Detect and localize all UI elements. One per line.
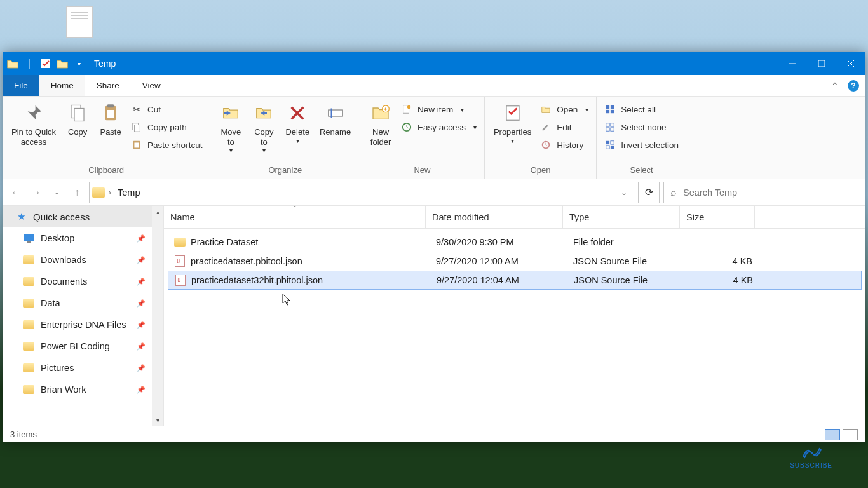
sidebar-item-documents[interactable]: Documents📌 xyxy=(3,271,152,292)
address-bar[interactable]: › Temp ⌄ xyxy=(89,182,634,203)
sidebar-item-desktop[interactable]: Desktop📌 xyxy=(3,227,152,249)
new-item-button[interactable]: New item▾ xyxy=(397,102,480,117)
refresh-button[interactable]: ⟳ xyxy=(638,182,660,203)
file-row[interactable]: Practice Dataset9/30/2020 9:30 PMFile fo… xyxy=(168,233,862,252)
breadcrumb[interactable]: Temp xyxy=(115,187,142,198)
copy-to-icon xyxy=(252,102,275,125)
address-dropdown-icon[interactable]: ⌄ xyxy=(621,188,631,197)
sidebar-item-data[interactable]: Data📌 xyxy=(3,292,152,314)
column-headers: Name⌃ Date modified Type Size xyxy=(164,206,865,229)
select-all-button[interactable]: Select all xyxy=(600,102,682,117)
pin-icon: 📌 xyxy=(137,364,146,372)
file-row[interactable]: practicedataset32bit.pbitool.json9/27/20… xyxy=(168,271,862,290)
status-bar: 3 items xyxy=(3,426,865,442)
sidebar-item-brian-work[interactable]: Brian Work📌 xyxy=(3,379,152,400)
paste-icon xyxy=(99,102,122,125)
select-none-button[interactable]: Select none xyxy=(600,119,682,135)
back-button[interactable]: ← xyxy=(8,184,24,201)
select-group: Select all Select none Invert selection … xyxy=(597,97,686,179)
folder-icon xyxy=(23,341,34,351)
qa-properties-icon[interactable] xyxy=(39,57,52,70)
move-to-icon xyxy=(219,102,242,125)
view-tab[interactable]: View xyxy=(131,75,172,96)
sidebar-item-pictures[interactable]: Pictures📌 xyxy=(3,357,152,379)
scroll-down-icon[interactable]: ▾ xyxy=(152,414,163,426)
sidebar-item-power-bi-coding[interactable]: Power BI Coding📌 xyxy=(3,336,152,357)
file-type: JSON Source File xyxy=(567,275,684,285)
file-date: 9/27/2020 12:00 AM xyxy=(430,256,567,266)
chevron-right-icon[interactable]: › xyxy=(109,188,111,197)
file-tab[interactable]: File xyxy=(3,75,39,96)
pin-quick-access-button[interactable]: Pin to Quick access xyxy=(6,99,61,149)
file-row[interactable]: practicedataset.pbitool.json9/27/2020 12… xyxy=(168,252,862,271)
large-icons-view-button[interactable] xyxy=(843,429,858,440)
forward-button[interactable]: → xyxy=(28,184,44,201)
edit-button[interactable]: Edit xyxy=(536,119,592,135)
pin-icon: 📌 xyxy=(137,321,146,329)
close-button[interactable] xyxy=(836,52,865,75)
open-icon xyxy=(540,104,552,115)
up-button[interactable]: ↑ xyxy=(69,184,85,201)
sidebar-item-enterprise-dna-files[interactable]: Enterprise DNA Files📌 xyxy=(3,314,152,336)
rename-button[interactable]: Rename xyxy=(315,99,356,140)
share-tab[interactable]: Share xyxy=(85,75,131,96)
pin-icon: 📌 xyxy=(137,256,146,264)
copy-button[interactable]: Copy xyxy=(61,99,94,140)
help-icon[interactable]: ? xyxy=(848,80,859,92)
sidebar-item-label: Desktop xyxy=(41,233,74,243)
folder-icon xyxy=(23,384,34,395)
invert-selection-button[interactable]: Invert selection xyxy=(600,137,682,152)
home-tab[interactable]: Home xyxy=(39,75,85,96)
svg-rect-8 xyxy=(107,104,114,107)
minimize-button[interactable] xyxy=(778,52,807,75)
copy-to-button[interactable]: Copy to▾ xyxy=(247,99,280,157)
col-type[interactable]: Type xyxy=(563,206,680,228)
qa-dropdown-icon[interactable]: ▾ xyxy=(72,57,85,70)
ribbon-collapse-icon[interactable]: ⌃ xyxy=(831,81,839,91)
svg-rect-35 xyxy=(606,146,609,149)
maximize-button[interactable] xyxy=(807,52,836,75)
cut-button[interactable]: ✂Cut xyxy=(127,102,206,117)
sidebar-scrollbar[interactable]: ▴ ▾ xyxy=(152,206,163,426)
file-date: 9/30/2020 9:30 PM xyxy=(430,237,567,247)
json-file-icon xyxy=(174,255,186,267)
search-box[interactable]: ⌕ Search Temp xyxy=(663,182,860,203)
quick-access-header[interactable]: ★ Quick access xyxy=(3,206,152,227)
sidebar-item-label: Downloads xyxy=(41,255,86,265)
scroll-up-icon[interactable]: ▴ xyxy=(152,206,163,217)
sidebar-item-label: Documents xyxy=(41,276,87,287)
organize-group: Move to▾ Copy to▾ Delete▾ Rename Organiz… xyxy=(210,97,360,179)
history-button[interactable]: History xyxy=(536,137,592,152)
easy-access-button[interactable]: Easy access▾ xyxy=(397,119,480,135)
star-icon: ★ xyxy=(15,212,27,222)
move-to-button[interactable]: Move to▾ xyxy=(214,99,247,157)
file-name: practicedataset32bit.pbitool.json xyxy=(191,275,323,285)
recent-dropdown[interactable]: ⌄ xyxy=(48,184,65,201)
delete-button[interactable]: Delete▾ xyxy=(280,99,315,147)
svg-rect-16 xyxy=(328,110,342,116)
properties-button[interactable]: Properties▾ xyxy=(489,99,536,147)
sidebar-item-label: Enterprise DNA Files xyxy=(41,320,126,330)
new-folder-button[interactable]: ✦ New folder xyxy=(364,99,397,149)
svg-rect-32 xyxy=(611,128,614,131)
file-name: practicedataset.pbitool.json xyxy=(191,256,302,266)
svg-rect-2 xyxy=(818,60,825,67)
desktop-file-icon[interactable] xyxy=(60,6,98,51)
paste-shortcut-button[interactable]: Paste shortcut xyxy=(127,137,206,152)
paste-button[interactable]: Paste xyxy=(94,99,127,140)
open-button[interactable]: Open▾ xyxy=(536,102,592,117)
svg-rect-13 xyxy=(135,142,139,147)
organize-label: Organize xyxy=(214,165,356,177)
copy-path-button[interactable]: Copy path xyxy=(127,119,206,135)
details-view-button[interactable] xyxy=(825,429,840,440)
col-date[interactable]: Date modified xyxy=(426,206,563,228)
titlebar: | ▾ Temp xyxy=(3,52,865,75)
svg-rect-33 xyxy=(606,141,609,144)
svg-rect-34 xyxy=(611,141,614,144)
col-name[interactable]: Name⌃ xyxy=(164,206,426,228)
sidebar-item-downloads[interactable]: Downloads📌 xyxy=(3,249,152,271)
svg-rect-26 xyxy=(611,105,614,109)
file-date: 9/27/2020 12:04 AM xyxy=(430,275,567,285)
qa-folder-icon[interactable] xyxy=(56,57,69,70)
col-size[interactable]: Size xyxy=(680,206,755,228)
